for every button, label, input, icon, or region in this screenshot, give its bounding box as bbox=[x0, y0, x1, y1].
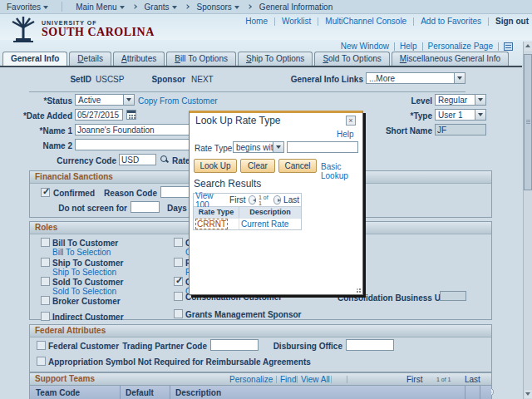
tab-details[interactable]: Details bbox=[69, 52, 111, 66]
lookup-rate-type-dialog: Look Up Rate Type × Help Rate Type begin… bbox=[189, 111, 363, 295]
do-not-screen-label: Do not screen for bbox=[47, 204, 127, 213]
close-icon[interactable]: × bbox=[346, 116, 356, 126]
view-all-link[interactable]: View All bbox=[301, 375, 330, 384]
currency-code-label: Currency Code bbox=[17, 156, 116, 165]
scroll-up-arrow-icon[interactable] bbox=[525, 42, 532, 51]
nav-add-to-favorites-link[interactable]: Add to Favorites bbox=[421, 17, 481, 26]
short-name-label: Short Name bbox=[357, 126, 432, 135]
do-not-screen-input[interactable] bbox=[131, 201, 160, 213]
nav-home-link[interactable]: Home bbox=[245, 17, 268, 26]
role-checkbox[interactable] bbox=[174, 238, 183, 247]
dropdown-arrow-icon[interactable] bbox=[123, 95, 134, 105]
search-results-heading: Search Results bbox=[194, 178, 261, 190]
breadcrumb-favorites[interactable]: Favorites bbox=[7, 2, 48, 12]
copy-from-customer-link[interactable]: Copy From Customer bbox=[138, 96, 218, 106]
personalize-layout-icon[interactable] bbox=[504, 42, 513, 51]
ship-to-customer-checkbox[interactable] bbox=[41, 258, 50, 267]
indirect-customer-label: Indirect Customer bbox=[52, 313, 124, 322]
tab-miscellaneous-general-info[interactable]: Miscellaneous General Info bbox=[392, 52, 509, 66]
tab-attributes[interactable]: Attributes bbox=[113, 52, 165, 66]
column-description: Description bbox=[175, 388, 221, 397]
grid-column-rate-type: Rate Type bbox=[194, 207, 239, 218]
indirect-customer-checkbox[interactable] bbox=[41, 312, 50, 321]
role-checkbox[interactable] bbox=[174, 258, 183, 267]
level-select[interactable]: Regular bbox=[435, 94, 486, 106]
dropdown-arrow-icon[interactable] bbox=[273, 142, 283, 152]
nav-worklist-link[interactable]: Worklist bbox=[282, 17, 311, 26]
bill-to-customer-checkbox[interactable] bbox=[41, 238, 50, 247]
operator-select[interactable]: begins with bbox=[233, 141, 284, 153]
calendar-icon[interactable] bbox=[126, 110, 136, 120]
currency-code-input[interactable]: USD bbox=[119, 154, 156, 165]
pager-last-label[interactable]: Last bbox=[283, 195, 299, 204]
peoplesoft-sponsor-general-information-page: Favorites Main Menu Grants Sponsors Gene… bbox=[0, 0, 532, 399]
scroll-down-arrow-icon[interactable] bbox=[525, 390, 532, 398]
bill-to-selection-link[interactable]: Bill To Selection bbox=[52, 248, 111, 257]
role-checkbox-checked[interactable] bbox=[174, 277, 183, 286]
prev-page-icon[interactable] bbox=[249, 195, 256, 204]
breadcrumb-separator-icon bbox=[247, 4, 252, 9]
help-link[interactable]: Help bbox=[400, 42, 417, 51]
dialog-help-link[interactable]: Help bbox=[337, 130, 354, 139]
pager-first-label[interactable]: First bbox=[229, 195, 245, 204]
new-window-link[interactable]: New Window bbox=[341, 42, 389, 51]
tab-bill-to-options[interactable]: Bill To Options bbox=[166, 52, 236, 66]
type-select[interactable]: User 1 bbox=[435, 109, 486, 121]
status-select[interactable]: Active bbox=[75, 94, 135, 106]
divider bbox=[29, 91, 466, 92]
dropdown-arrow-icon[interactable] bbox=[454, 73, 465, 83]
short-name-input: JF bbox=[435, 124, 486, 135]
tab-underline bbox=[0, 66, 522, 67]
appropriation-symbol-checkbox[interactable] bbox=[37, 357, 46, 366]
cancel-button[interactable]: Cancel bbox=[278, 159, 317, 173]
date-added-input[interactable]: 05/27/2015 bbox=[75, 109, 123, 121]
dropdown-arrow-icon[interactable] bbox=[475, 110, 485, 120]
pager-first-label[interactable]: First bbox=[406, 375, 422, 384]
setid-label: SetID bbox=[29, 75, 91, 84]
tab-general-info[interactable]: General Info bbox=[2, 52, 67, 66]
trading-partner-code-label: Trading Partner Code bbox=[121, 342, 207, 351]
rate-type-result-link[interactable]: CRRNT bbox=[195, 219, 228, 229]
tab-bar: General Info Details Attributes Bill To … bbox=[2, 52, 509, 66]
date-added-label: *Date Added bbox=[17, 111, 72, 121]
rate-type-search-input[interactable] bbox=[287, 141, 358, 153]
reason-code-label: Reason Code bbox=[80, 189, 157, 198]
description-result-link[interactable]: Current Rate bbox=[241, 219, 288, 229]
clear-button[interactable]: Clear bbox=[240, 159, 275, 173]
support-teams-column-header-row: Team Code Default Description bbox=[30, 385, 491, 399]
trading-partner-code-input[interactable] bbox=[210, 339, 259, 351]
personalize-page-link[interactable]: Personalize Page bbox=[428, 42, 493, 51]
appropriation-symbol-label: Appropriation Symbol Not Required for Re… bbox=[48, 357, 311, 367]
breadcrumb: Favorites Main Menu Grants Sponsors Gene… bbox=[0, 0, 532, 14]
sign-out-link[interactable]: Sign out bbox=[495, 17, 529, 26]
next-page-icon[interactable] bbox=[273, 195, 281, 204]
breadcrumb-grants[interactable]: Grants bbox=[145, 2, 177, 12]
breadcrumb-main-menu[interactable]: Main Menu bbox=[76, 2, 124, 12]
tab-ship-to-options[interactable]: Ship To Options bbox=[238, 52, 313, 66]
ship-to-selection-link[interactable]: Ship To Selection bbox=[52, 268, 116, 277]
nav-multichannel-console-link[interactable]: MultiChannel Console bbox=[325, 17, 406, 26]
support-teams-panel: Support Teams Personalize Find View All … bbox=[29, 372, 492, 399]
lookup-icon[interactable] bbox=[160, 155, 170, 165]
federal-customer-checkbox[interactable] bbox=[37, 341, 46, 350]
grants-management-sponsor-checkbox[interactable] bbox=[174, 309, 183, 318]
sold-to-selection-link[interactable]: Sold To Selection bbox=[52, 287, 116, 296]
general-info-links-select[interactable]: ...More bbox=[366, 72, 466, 84]
sold-to-customer-checkbox[interactable] bbox=[41, 277, 50, 286]
dropdown-arrow-icon[interactable] bbox=[475, 95, 485, 105]
look-up-button[interactable]: Look Up bbox=[194, 159, 237, 173]
broker-customer-checkbox[interactable] bbox=[41, 296, 50, 305]
resize-grip-icon[interactable] bbox=[355, 287, 361, 293]
consolidation-customer-checkbox[interactable] bbox=[174, 292, 183, 301]
pager-counter: 1 of 1 bbox=[436, 377, 451, 382]
personalize-link[interactable]: Personalize bbox=[229, 375, 273, 384]
breadcrumb-sponsors[interactable]: Sponsors bbox=[197, 2, 239, 12]
basic-lookup-link[interactable]: Basic Lookup bbox=[321, 162, 362, 180]
pager-last-label[interactable]: Last bbox=[465, 375, 480, 384]
tab-sold-to-options[interactable]: Sold To Options bbox=[314, 52, 389, 66]
disbursing-office-input[interactable] bbox=[346, 339, 394, 351]
scrollbar-thumb[interactable] bbox=[524, 54, 532, 190]
confirmed-checkbox[interactable] bbox=[41, 188, 50, 197]
find-link[interactable]: Find bbox=[280, 375, 296, 384]
vertical-scrollbar[interactable] bbox=[523, 42, 532, 399]
